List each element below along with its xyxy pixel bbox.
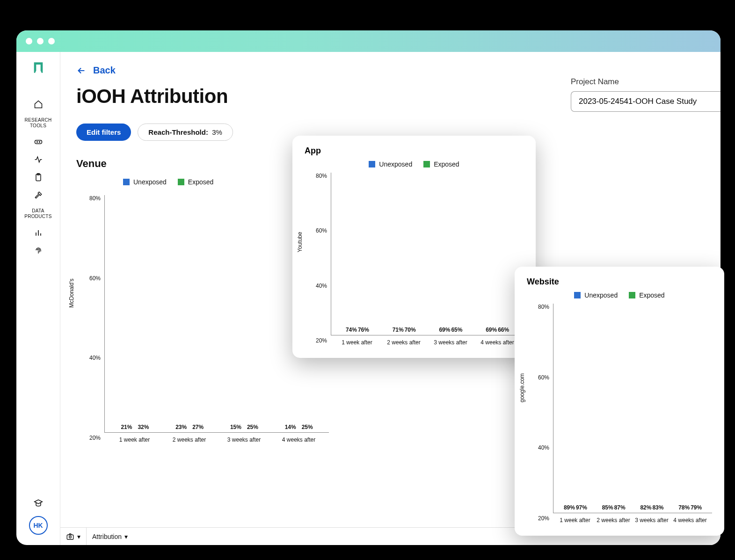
back-button[interactable]: Back: [76, 65, 705, 76]
user-avatar[interactable]: HK: [29, 516, 48, 535]
activity-icon[interactable]: [34, 155, 43, 164]
reach-threshold-pill[interactable]: Reach-Threshold: 3%: [138, 124, 233, 141]
back-label: Back: [93, 65, 116, 76]
website-yticks: 80%60%40%20%: [538, 304, 553, 524]
project-name-input[interactable]: [571, 91, 720, 112]
traffic-light-close[interactable]: [26, 38, 32, 44]
traffic-light-min[interactable]: [37, 38, 44, 44]
legend-exposed-label: Exposed: [188, 178, 213, 186]
legend-unexposed-label: Unexposed: [379, 160, 412, 168]
threshold-label: Reach-Threshold:: [148, 128, 208, 136]
venue-chart: McDonald's 80%60%40%20% 21%32%23%27%15%2…: [76, 195, 329, 443]
threshold-value: 3%: [212, 128, 222, 136]
chevron-down-icon: ▾: [77, 533, 80, 540]
arrow-left-icon: [76, 65, 87, 76]
legend-unexposed-label: Unexposed: [133, 178, 167, 186]
legend-swatch-exposed: [178, 179, 184, 185]
chevron-down-icon: ▾: [124, 533, 128, 540]
svg-rect-0: [35, 140, 42, 144]
attribution-tab-label: Attribution: [92, 533, 122, 540]
website-xlabels: 1 week after2 weeks after3 weeks after4 …: [553, 513, 712, 524]
app-chart-title: App: [305, 146, 524, 156]
legend-exposed-label: Exposed: [434, 160, 459, 168]
app-legend: Unexposed Exposed: [305, 160, 524, 168]
sidebar-section-research: RESEARCH TOOLS: [25, 117, 52, 129]
legend-swatch-unexposed: [123, 179, 130, 185]
website-yaxis-label: google.com: [519, 373, 525, 402]
graduation-cap-icon[interactable]: [34, 498, 43, 508]
legend-exposed-label: Exposed: [639, 291, 664, 299]
bar-chart-icon[interactable]: [34, 228, 43, 237]
website-legend: Unexposed Exposed: [527, 291, 712, 299]
project-name-label: Project Name: [571, 77, 720, 87]
camera-icon: [66, 532, 74, 541]
legend-swatch-unexposed: [369, 161, 375, 167]
fingerprint-icon[interactable]: [34, 246, 43, 255]
app-yticks: 80%60%40%20%: [316, 173, 331, 346]
clipboard-icon[interactable]: [34, 173, 43, 182]
website-chart-title: Website: [527, 277, 712, 287]
svg-rect-5: [67, 535, 73, 539]
app-xlabels: 1 week after2 weeks after3 weeks after4 …: [331, 335, 524, 346]
legend-swatch-unexposed: [574, 292, 581, 298]
sidebar: RESEARCH TOOLS DATA PRODUCTS: [16, 52, 60, 545]
app-yaxis-label: Youtube: [297, 232, 303, 253]
website-chart-card: Website Unexposed Exposed google.com 80%…: [515, 267, 724, 536]
edit-filters-button[interactable]: Edit filters: [76, 124, 131, 141]
home-icon[interactable]: [34, 100, 43, 109]
attribution-tab[interactable]: Attribution ▾: [87, 528, 133, 545]
legend-swatch-exposed: [423, 161, 430, 167]
app-chart: Youtube 80%60%40%20% 74%76%71%70%69%65%6…: [305, 173, 524, 346]
website-bars: 89%97%85%87%82%83%78%79%: [553, 304, 712, 513]
venue-yticks: 80%60%40%20%: [89, 195, 104, 443]
screenshot-tab[interactable]: ▾: [60, 528, 87, 545]
svg-point-2: [39, 142, 40, 143]
brand-logo-icon[interactable]: [32, 61, 45, 74]
vr-headset-icon[interactable]: [34, 137, 43, 146]
legend-swatch-exposed: [629, 292, 635, 298]
website-chart: google.com 80%60%40%20% 89%97%85%87%82%8…: [527, 304, 712, 524]
app-chart-card: App Unexposed Exposed Youtube 80%60%40%2…: [292, 136, 536, 358]
venue-yaxis-label: McDonald's: [68, 279, 75, 308]
svg-point-1: [36, 142, 37, 143]
traffic-light-max[interactable]: [48, 38, 55, 44]
browser-titlebar: [16, 30, 720, 52]
project-name-field: Project Name: [571, 77, 720, 112]
svg-point-6: [69, 536, 72, 538]
sidebar-section-data: DATA PRODUCTS: [24, 208, 52, 219]
app-bars: 74%76%71%70%69%65%69%66%: [331, 173, 524, 335]
hammer-icon[interactable]: [34, 190, 43, 200]
legend-unexposed-label: Unexposed: [584, 291, 618, 299]
venue-xlabels: 1 week after2 weeks after3 weeks after4 …: [104, 433, 329, 443]
